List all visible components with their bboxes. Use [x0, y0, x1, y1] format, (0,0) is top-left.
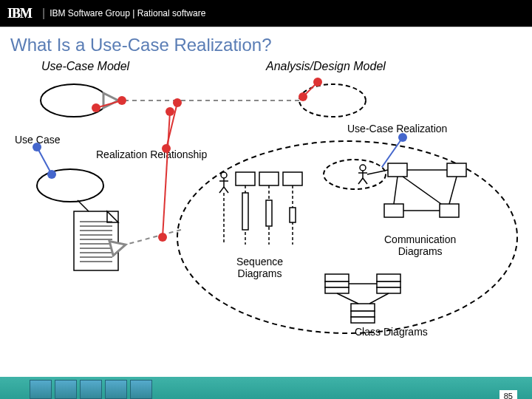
svg-rect-36: [440, 204, 459, 217]
svg-line-31: [358, 178, 363, 184]
svg-rect-33: [388, 163, 407, 177]
label-use-case-realization: Use-Case Realization: [347, 123, 447, 134]
label-communication-diagrams: Communication Diagrams: [384, 233, 456, 257]
header-divider: |: [42, 7, 45, 20]
label-analysis-design-model: Analysis/Design Model: [266, 60, 386, 73]
svg-rect-50: [351, 311, 375, 317]
svg-rect-47: [377, 282, 400, 287]
footer-icons: [30, 377, 152, 399]
diagram-canvas: Use-Case Model Analysis/Design Model Use…: [0, 60, 532, 370]
callout-realization-rel: [166, 103, 177, 149]
svg-rect-20: [283, 172, 302, 185]
footer-icon: [130, 380, 152, 399]
callout-rel-bottom: [163, 112, 170, 237]
svg-rect-34: [447, 163, 466, 177]
callout-use-case: [37, 147, 52, 174]
class-diagram-icon: [325, 274, 400, 323]
use-case-realization-ellipse: [299, 84, 366, 117]
realization-arrow-bottom: [126, 230, 181, 245]
footer-bar: 85: [0, 377, 532, 399]
svg-point-28: [360, 165, 366, 171]
doc-to-usecase-line: [78, 200, 89, 211]
svg-line-41: [449, 177, 457, 204]
svg-rect-46: [377, 274, 400, 282]
header-text: IBM Software Group | Rational software: [50, 8, 205, 18]
page-number: 85: [499, 390, 517, 399]
svg-rect-35: [384, 204, 403, 217]
callout-analysis: [303, 82, 318, 97]
svg-rect-43: [325, 274, 349, 282]
svg-line-32: [363, 178, 367, 184]
page-title: What Is a Use-Case Realization?: [0, 27, 532, 60]
use-case-ellipse-top: [41, 84, 107, 117]
footer-icon: [55, 380, 77, 399]
callout-ucr: [377, 137, 403, 174]
diagram-svg: [0, 60, 532, 370]
svg-rect-19: [259, 172, 279, 185]
realization-boundary-ellipse: [177, 141, 517, 333]
svg-rect-49: [351, 304, 375, 311]
svg-rect-45: [325, 287, 349, 293]
header-bar: IBM | IBM Software Group | Rational soft…: [0, 0, 532, 27]
svg-line-53: [337, 293, 358, 304]
document-icon: [74, 211, 118, 270]
svg-point-13: [221, 172, 227, 178]
sequence-diagram-icon: [219, 172, 302, 245]
svg-rect-18: [236, 172, 255, 185]
footer-icon: [105, 380, 127, 399]
svg-line-37: [367, 170, 388, 174]
svg-line-16: [219, 187, 224, 193]
use-case-ellipse-bottom: [37, 169, 103, 202]
label-sequence-diagrams: Sequence Diagrams: [236, 256, 283, 279]
svg-line-42: [403, 177, 441, 204]
footer-icon: [30, 380, 52, 399]
svg-line-39: [394, 177, 398, 204]
svg-line-54: [369, 293, 389, 304]
callout-use-case-model: [96, 100, 122, 108]
label-class-diagrams: Class Diagrams: [355, 326, 428, 338]
svg-rect-48: [377, 287, 400, 293]
communication-diagram-icon: [358, 163, 466, 217]
svg-rect-2: [74, 211, 118, 270]
ibm-logo: IBM: [7, 6, 32, 21]
svg-rect-27: [290, 208, 296, 222]
svg-rect-44: [325, 282, 349, 287]
label-realization-relationship: Realization Relationship: [96, 149, 207, 160]
label-use-case-model: Use-Case Model: [41, 60, 129, 73]
svg-line-17: [224, 187, 228, 193]
inner-realization-ellipse: [324, 160, 386, 189]
footer-icon: [80, 380, 102, 399]
svg-rect-51: [351, 317, 375, 323]
label-use-case: Use Case: [15, 134, 60, 146]
svg-rect-25: [242, 193, 248, 230]
svg-rect-26: [266, 200, 272, 226]
